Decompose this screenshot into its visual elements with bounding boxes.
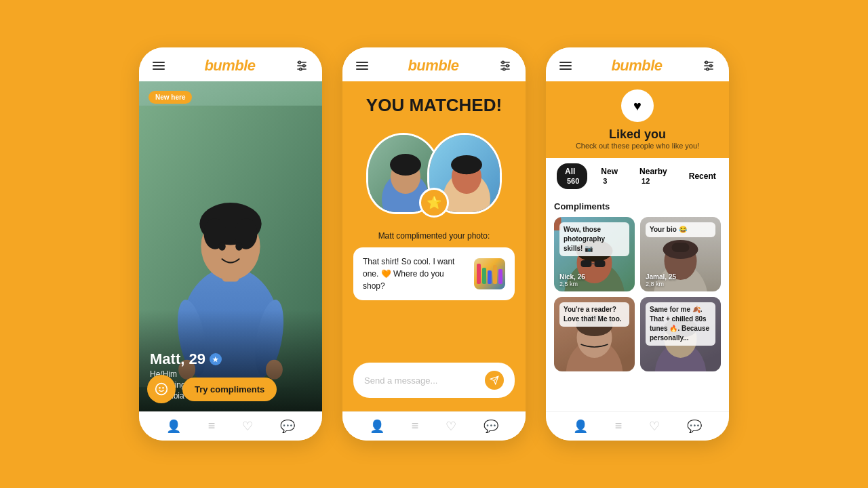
logo-bumble-3: bumble: [611, 57, 662, 75]
phone-liked: bumble ♥ Liked you Check out these peopl…: [546, 47, 729, 441]
profile-card: New here Matt, 29 ★ He/Him Marketing Man…: [139, 81, 322, 411]
compliments-title: Compliments: [554, 201, 721, 211]
card-comment-nick: Wow, those photography skills! 📷: [559, 222, 629, 256]
liked-filter-tabs: All 560 New 3 Nearby 12 Recent: [546, 158, 729, 195]
svg-point-5: [300, 68, 302, 70]
svg-rect-42: [493, 265, 497, 284]
svg-point-4: [303, 64, 305, 66]
svg-point-27: [503, 68, 505, 70]
heart-icon: ♥: [621, 89, 654, 122]
card-person-nick: Nick, 26 2,5 km: [559, 273, 585, 287]
compliment-message-text: That shirt! So cool. I want one. 🧡 Where…: [363, 256, 467, 292]
liked-content: ♥ Liked you Check out these people who l…: [546, 81, 729, 411]
profile-actions: Try compliments: [147, 375, 314, 403]
svg-rect-41: [488, 270, 492, 284]
message-photo-thumb: [474, 258, 505, 289]
menu-icon[interactable]: [153, 60, 165, 72]
nav2-discover-icon[interactable]: ≡: [412, 419, 419, 434]
phone-match: bumble YOU MATCHED!: [342, 47, 526, 441]
new-here-badge: New here: [149, 91, 192, 104]
liked-cards-grid: Wow, those photography skills! 📷 Nick, 2…: [554, 217, 721, 371]
logo-bumble-1: bumble: [204, 57, 255, 75]
verified-badge: ★: [210, 353, 222, 365]
tab-recent[interactable]: Recent: [681, 168, 724, 184]
try-compliments-button[interactable]: Try compliments: [182, 378, 277, 401]
compliment-message-bubble: That shirt! So cool. I want one. 🧡 Where…: [353, 247, 515, 300]
filter-icon-3[interactable]: [702, 59, 715, 73]
nav2-matches-icon[interactable]: ♡: [446, 419, 456, 434]
nav-profile-icon[interactable]: 👤: [166, 419, 181, 434]
liked-header: ♥ Liked you Check out these people who l…: [546, 81, 729, 158]
nav-discover-icon[interactable]: ≡: [208, 419, 216, 434]
nav3-chat-icon[interactable]: 💬: [687, 419, 702, 434]
svg-point-49: [707, 68, 709, 70]
match-photos: ⭐: [366, 129, 502, 218]
send-message-button[interactable]: [485, 371, 504, 390]
logo-bumble-2: bumble: [408, 57, 458, 75]
phone1-header: bumble: [139, 47, 322, 81]
svg-rect-40: [482, 268, 486, 284]
matched-title: YOU MATCHED!: [366, 95, 502, 116]
tab-all[interactable]: All 560: [557, 163, 587, 189]
svg-point-21: [162, 387, 164, 389]
nav2-chat-icon[interactable]: 💬: [484, 419, 498, 434]
nav3-matches-icon[interactable]: ♡: [649, 419, 660, 434]
card-person-jamal: Jamal, 25 2,8 km: [646, 273, 676, 287]
svg-point-26: [507, 64, 509, 66]
phone-profile: bumble: [139, 47, 322, 441]
phone2-nav: 👤 ≡ ♡ 💬: [342, 411, 526, 441]
profile-photo: New here Matt, 29 ★ He/Him Marketing Man…: [139, 81, 322, 411]
svg-rect-43: [498, 269, 502, 284]
phone3-header: bumble: [546, 47, 729, 81]
send-message-bar[interactable]: Send a message...: [353, 363, 515, 398]
nav-matches-icon[interactable]: ♡: [242, 419, 253, 434]
svg-point-25: [502, 61, 504, 63]
liked-subtitle: Check out these people who like you!: [557, 142, 718, 150]
nav3-discover-icon[interactable]: ≡: [615, 419, 623, 434]
svg-point-20: [159, 387, 161, 389]
compliments-section: Compliments: [546, 195, 729, 411]
svg-point-14: [235, 242, 242, 250]
tab-new[interactable]: New 3: [593, 163, 626, 189]
card-comment-jamal: Your bio 😂: [646, 222, 715, 237]
phone1-nav: 👤 ≡ ♡ 💬: [139, 411, 322, 441]
menu-icon-3[interactable]: [559, 60, 572, 72]
nav-chat-icon[interactable]: 💬: [280, 419, 295, 434]
svg-point-19: [156, 384, 167, 395]
compliment-text: Matt complimented your photo:: [378, 231, 490, 241]
card-comment-4: Same for me 🍂. That + chilled 80s tunes …: [646, 302, 715, 346]
send-message-placeholder: Send a message...: [364, 375, 437, 386]
liked-title: Liked you: [557, 127, 718, 142]
nav2-profile-icon[interactable]: 👤: [370, 419, 384, 434]
match-content: YOU MATCHED!: [342, 81, 526, 411]
phones-container: bumble: [125, 34, 743, 454]
menu-icon-2[interactable]: [356, 60, 368, 72]
tab-nearby[interactable]: Nearby 12: [631, 163, 675, 189]
card-comment-3: You're a reader? Love that! Me too.: [559, 302, 629, 327]
liked-card-3[interactable]: You're a reader? Love that! Me too.: [554, 297, 635, 371]
svg-point-32: [390, 154, 421, 176]
filter-icon-2[interactable]: [498, 59, 512, 73]
liked-card-nick[interactable]: Wow, those photography skills! 📷 Nick, 2…: [554, 217, 635, 291]
profile-name: Matt, 29 ★: [150, 350, 311, 368]
svg-point-37: [451, 155, 482, 174]
svg-point-48: [710, 64, 712, 66]
svg-point-13: [218, 242, 225, 250]
svg-rect-39: [477, 264, 481, 284]
filter-icon-1[interactable]: [295, 59, 309, 73]
svg-point-3: [298, 61, 300, 63]
liked-card-4[interactable]: Same for me 🍂. That + chilled 80s tunes …: [640, 297, 721, 371]
phone2-header: bumble: [342, 47, 526, 81]
match-star-icon: ⭐: [419, 188, 449, 218]
liked-card-jamal[interactable]: Your bio 😂 Jamal, 25 2,8 km: [640, 217, 721, 291]
nav3-profile-icon[interactable]: 👤: [573, 419, 588, 434]
phone3-nav: 👤 ≡ ♡ 💬: [546, 411, 729, 441]
svg-point-47: [705, 61, 707, 63]
compliment-circle-btn[interactable]: [147, 375, 176, 403]
